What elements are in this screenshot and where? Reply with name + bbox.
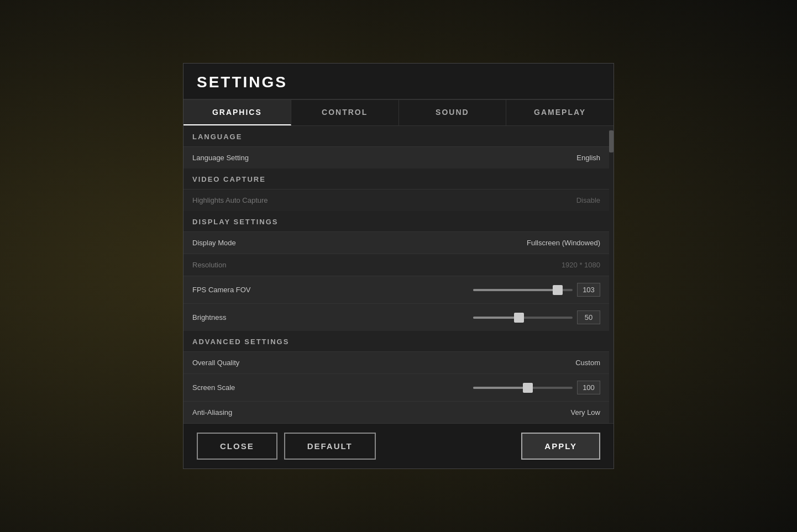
row-resolution: Resolution 1920 * 1080 xyxy=(183,254,609,276)
fps-fov-value: 103 xyxy=(577,283,600,297)
tab-control[interactable]: CONTROL xyxy=(291,100,399,125)
label-screen-scale: Screen Scale xyxy=(192,383,303,392)
tab-sound[interactable]: SOUND xyxy=(399,100,507,125)
screen-scale-slider-container: 100 xyxy=(473,381,600,394)
scrollbar[interactable] xyxy=(609,126,614,423)
section-language-header: LANGUAGE xyxy=(183,126,609,146)
label-language-setting: Language Setting xyxy=(192,154,303,162)
label-resolution: Resolution xyxy=(192,261,303,269)
apply-button[interactable]: APPLY xyxy=(521,433,600,460)
modal-footer: CLOSE DEFAULT APPLY xyxy=(183,423,614,468)
brightness-slider-container: 50 xyxy=(473,310,600,324)
default-button[interactable]: DEFAULT xyxy=(284,433,376,460)
row-brightness: Brightness 50 xyxy=(183,303,609,331)
label-highlights-auto-capture: Highlights Auto Capture xyxy=(192,196,303,204)
tabs-container: GRAPHICS CONTROL SOUND GAMEPLAY xyxy=(183,100,614,126)
section-language-title: LANGUAGE xyxy=(192,133,600,141)
settings-modal: SETTINGS GRAPHICS CONTROL SOUND GAMEPLAY… xyxy=(183,63,614,469)
screen-scale-value: 100 xyxy=(577,381,600,394)
modal-body: LANGUAGE Language Setting English VIDEO … xyxy=(183,126,609,423)
row-overall-quality[interactable]: Overall Quality Custom xyxy=(183,351,609,373)
label-brightness: Brightness xyxy=(192,313,303,322)
modal-title-bar: SETTINGS xyxy=(183,64,614,100)
tab-graphics[interactable]: GRAPHICS xyxy=(183,100,291,125)
value-display-mode: Fullscreen (Windowed) xyxy=(527,239,600,247)
brightness-slider-thumb[interactable] xyxy=(514,313,524,323)
close-button[interactable]: CLOSE xyxy=(197,433,277,460)
section-advanced-settings-header: ADVANCED SETTINGS xyxy=(183,331,609,351)
row-highlights-auto-capture[interactable]: Highlights Auto Capture Disable xyxy=(183,189,609,211)
fps-fov-slider-fill xyxy=(473,289,558,291)
scrollable-area: LANGUAGE Language Setting English VIDEO … xyxy=(183,126,614,423)
scrollbar-thumb[interactable] xyxy=(609,130,614,152)
fps-fov-slider-container: 103 xyxy=(473,283,600,297)
modal-title: SETTINGS xyxy=(197,73,600,91)
label-overall-quality: Overall Quality xyxy=(192,359,303,367)
row-fps-camera-fov: FPS Camera FOV 103 xyxy=(183,276,609,303)
section-video-capture-title: VIDEO CAPTURE xyxy=(192,175,600,183)
row-screen-scale: Screen Scale 100 xyxy=(183,373,609,401)
fps-fov-slider-track[interactable] xyxy=(473,289,573,291)
label-anti-aliasing: Anti-Aliasing xyxy=(192,408,303,417)
brightness-value: 50 xyxy=(577,310,600,324)
row-display-mode[interactable]: Display Mode Fullscreen (Windowed) xyxy=(183,231,609,254)
row-language-setting[interactable]: Language Setting English xyxy=(183,146,609,168)
row-anti-aliasing[interactable]: Anti-Aliasing Very Low xyxy=(183,401,609,423)
label-fps-camera-fov: FPS Camera FOV xyxy=(192,286,303,294)
tab-gameplay[interactable]: GAMEPLAY xyxy=(506,100,614,125)
label-display-mode: Display Mode xyxy=(192,239,303,247)
brightness-slider-fill xyxy=(473,317,519,319)
section-display-settings-title: DISPLAY SETTINGS xyxy=(192,218,600,226)
value-overall-quality: Custom xyxy=(575,359,600,367)
screen-scale-slider-track[interactable] xyxy=(473,387,573,389)
brightness-slider-track[interactable] xyxy=(473,317,573,319)
value-highlights-auto-capture: Disable xyxy=(576,196,600,204)
section-video-capture-header: VIDEO CAPTURE xyxy=(183,168,609,189)
value-resolution: 1920 * 1080 xyxy=(562,261,600,269)
screen-scale-slider-fill xyxy=(473,387,528,389)
value-anti-aliasing: Very Low xyxy=(571,408,600,417)
screen-scale-slider-thumb[interactable] xyxy=(523,383,533,393)
fps-fov-slider-thumb[interactable] xyxy=(553,285,563,295)
value-language-setting: English xyxy=(576,154,600,162)
section-display-settings-header: DISPLAY SETTINGS xyxy=(183,211,609,231)
section-advanced-settings-title: ADVANCED SETTINGS xyxy=(192,338,600,346)
